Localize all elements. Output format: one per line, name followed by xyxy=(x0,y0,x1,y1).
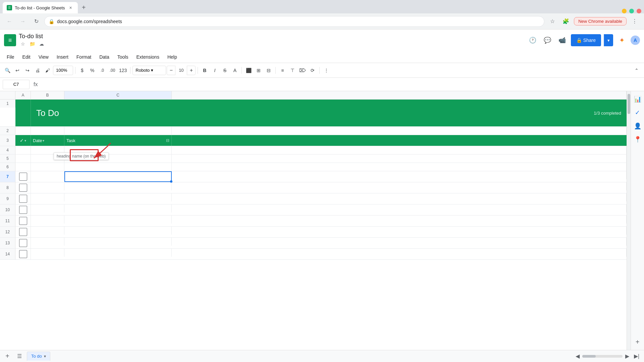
tasks-sidebar-button[interactable]: ✓ xyxy=(632,107,643,118)
sheet-tab-todo[interactable]: To do ▾ xyxy=(27,352,50,361)
add-sheet-button[interactable]: + xyxy=(3,352,12,361)
scroll-right-button[interactable]: ▶ xyxy=(623,352,632,361)
cell-A11[interactable] xyxy=(15,216,31,226)
cell-A4[interactable] xyxy=(15,146,31,154)
increase-font-size-button[interactable]: + xyxy=(187,66,195,75)
cell-A7[interactable] xyxy=(15,171,31,182)
cell-C12[interactable] xyxy=(64,227,172,235)
menu-help[interactable]: Help xyxy=(163,52,181,62)
strikethrough-button[interactable]: S xyxy=(220,66,229,75)
close-button[interactable]: × xyxy=(637,9,641,13)
toolbar-collapse-button[interactable]: ⌃ xyxy=(632,66,641,75)
scroll-thumb[interactable] xyxy=(628,94,630,114)
menu-insert[interactable]: Insert xyxy=(53,52,72,62)
sheets-sidebar-button[interactable]: 📊 xyxy=(632,94,643,105)
checkbox-13[interactable] xyxy=(19,239,27,247)
cell-C8[interactable] xyxy=(64,182,172,190)
text-color-button[interactable]: A xyxy=(230,66,239,75)
merge-button[interactable]: ⊟ xyxy=(264,66,273,75)
cell-B8[interactable] xyxy=(31,182,64,190)
cell-A10[interactable] xyxy=(15,204,31,215)
cell-C3[interactable]: Task ⊟ xyxy=(64,135,172,146)
menu-file[interactable]: File xyxy=(3,52,18,62)
number-format-button[interactable]: 123 xyxy=(118,66,128,75)
cell-A13[interactable] xyxy=(15,238,31,248)
cell-B6[interactable] xyxy=(31,163,64,171)
fill-color-button[interactable]: ⬛ xyxy=(244,66,253,75)
col-header-A[interactable]: A xyxy=(15,91,31,99)
extensions-button[interactable]: 🧩 xyxy=(560,16,571,27)
minimize-button[interactable]: _ xyxy=(622,9,627,13)
search-button[interactable]: 🔍 xyxy=(3,66,12,75)
forward-button[interactable]: → xyxy=(17,16,28,27)
cell-C5[interactable] xyxy=(64,155,172,163)
gemini-button[interactable]: ✦ xyxy=(616,34,628,46)
currency-button[interactable]: $ xyxy=(77,66,87,75)
scroll-left-button[interactable]: ◀ xyxy=(573,352,582,361)
borders-button[interactable]: ⊞ xyxy=(254,66,263,75)
cell-B11[interactable] xyxy=(31,216,64,224)
col-header-C[interactable]: C xyxy=(64,91,172,99)
cell-B14[interactable] xyxy=(31,249,64,257)
cell-C10[interactable] xyxy=(64,204,172,213)
cell-C13[interactable] xyxy=(64,238,172,246)
maximize-button[interactable]: □ xyxy=(629,9,634,13)
cell-A9[interactable] xyxy=(15,193,31,204)
cell-B2[interactable] xyxy=(31,127,64,135)
sheet-tab-dropdown-icon[interactable]: ▾ xyxy=(44,354,46,359)
col-header-B[interactable]: B xyxy=(31,91,64,99)
bold-button[interactable]: B xyxy=(200,66,209,75)
cell-B9[interactable] xyxy=(31,193,64,201)
cell-A5[interactable] xyxy=(15,155,31,163)
cell-B3[interactable]: Date ▾ xyxy=(31,135,64,146)
cloud-save-button[interactable]: ☁ xyxy=(38,40,46,48)
checkbox-7[interactable] xyxy=(19,173,27,181)
cell-A6[interactable] xyxy=(15,163,31,171)
new-chrome-banner[interactable]: New Chrome available xyxy=(574,17,627,25)
redo-button[interactable]: ↪ xyxy=(23,66,32,75)
checkbox-14[interactable] xyxy=(19,250,27,258)
formula-input[interactable] xyxy=(42,80,641,89)
star-button[interactable]: ☆ xyxy=(19,40,27,48)
address-bar[interactable]: 🔒 docs.google.com/spreadsheets xyxy=(44,16,544,27)
share-button[interactable]: 🔒 Share xyxy=(571,34,601,46)
comment-button[interactable]: 💬 xyxy=(541,34,553,46)
maps-sidebar-button[interactable]: 📍 xyxy=(632,134,643,145)
h-scroll-thumb[interactable] xyxy=(582,355,596,358)
cell-C11[interactable] xyxy=(64,216,172,224)
menu-view[interactable]: View xyxy=(35,52,53,62)
text-rotate-button[interactable]: ⟳ xyxy=(308,66,317,75)
cell-B5[interactable] xyxy=(31,155,64,163)
cell-C14[interactable] xyxy=(64,249,172,257)
cell-C2[interactable] xyxy=(64,127,172,135)
tab-close-button[interactable]: × xyxy=(68,5,74,11)
checkbox-10[interactable] xyxy=(19,206,27,214)
share-dropdown-button[interactable]: ▾ xyxy=(604,34,613,46)
cell-B4[interactable] xyxy=(31,146,64,154)
menu-tools[interactable]: Tools xyxy=(113,52,132,62)
expand-sheet-button[interactable]: ▶| xyxy=(632,352,641,361)
cell-B12[interactable] xyxy=(31,227,64,235)
paint-format-button[interactable]: 🖌 xyxy=(43,66,52,75)
undo-button[interactable]: ↩ xyxy=(13,66,22,75)
text-wrap-button[interactable]: ⌦ xyxy=(298,66,307,75)
increase-decimal-button[interactable]: .00 xyxy=(108,66,117,75)
history-button[interactable]: 🕐 xyxy=(527,34,539,46)
back-button[interactable]: ← xyxy=(4,16,15,27)
cell-C6[interactable] xyxy=(64,163,172,171)
percent-button[interactable]: % xyxy=(88,66,97,75)
reload-button[interactable]: ↻ xyxy=(31,16,42,27)
cell-A12[interactable] xyxy=(15,227,31,237)
menu-format[interactable]: Format xyxy=(72,52,95,62)
font-size-input[interactable] xyxy=(175,66,187,75)
checkbox-12[interactable] xyxy=(19,228,27,236)
move-to-folder-button[interactable]: 📁 xyxy=(28,40,36,48)
cell-C9[interactable] xyxy=(64,193,172,201)
menu-extensions[interactable]: Extensions xyxy=(132,52,163,62)
cell-A2[interactable] xyxy=(15,127,31,135)
h-scrollbar-track[interactable] xyxy=(582,355,623,358)
new-tab-button[interactable]: + xyxy=(79,3,89,12)
cell-C4[interactable] xyxy=(64,146,172,154)
cell-B13[interactable] xyxy=(31,238,64,246)
menu-edit[interactable]: Edit xyxy=(18,52,35,62)
